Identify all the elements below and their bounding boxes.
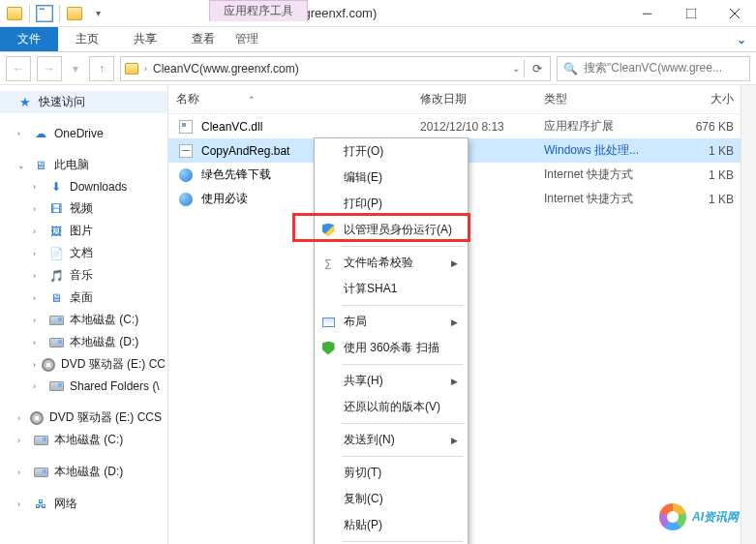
up-button[interactable]: ↑ (89, 56, 114, 81)
breadcrumb[interactable]: CleanVC(www.greenxf.com) (153, 62, 299, 76)
sidebar-item-dvd-e2[interactable]: ›DVD 驱动器 (E:) CCS (0, 407, 167, 429)
history-dropdown[interactable]: ▾ (68, 56, 83, 81)
scrollbar[interactable] (741, 85, 756, 544)
chevron-right-icon: ▶ (451, 258, 458, 268)
chevron-right-icon: ▶ (451, 377, 458, 386)
chevron-right-icon[interactable]: › (144, 64, 147, 74)
forward-button[interactable]: → (37, 56, 62, 81)
context-menu-label: 使用 360杀毒 扫描 (344, 340, 439, 356)
context-menu-item[interactable]: 布局▶ (315, 309, 468, 335)
context-menu-item[interactable]: 计算SHA1 (315, 276, 468, 302)
file-name: 绿色先锋下载 (201, 166, 271, 183)
folder-icon[interactable] (4, 3, 25, 24)
context-menu-item[interactable]: 复制(C) (315, 486, 468, 512)
sidebar-item-downloads[interactable]: ›⬇Downloads (0, 176, 167, 197)
title-bar: ▾ 应用程序工具 CleanVC(www.greenxf.com) ─ (0, 0, 756, 27)
context-menu-item[interactable]: ∑文件哈希校验▶ (315, 250, 468, 276)
file-row[interactable]: CleanVC.dll2012/12/10 8:13应用程序扩展676 KB (168, 114, 756, 138)
file-tab[interactable]: 文件 (0, 27, 58, 51)
maximize-button[interactable] (669, 0, 712, 27)
sidebar-item-pictures[interactable]: ›🖼图片 (0, 220, 167, 242)
sidebar-item-desktop[interactable]: ›🖥桌面 (0, 287, 167, 309)
context-menu-item[interactable]: 剪切(T) (315, 460, 468, 486)
new-folder-icon[interactable] (64, 3, 85, 24)
address-bar[interactable]: › CleanVC(www.greenxf.com) ⌄ ⟳ (120, 56, 551, 81)
sidebar-item-network[interactable]: ›🖧网络 (0, 493, 167, 515)
ribbon-expand-icon[interactable]: ⌄ (727, 27, 756, 51)
dvd-icon (42, 357, 55, 373)
context-menu-item[interactable]: 打开(O) (315, 138, 468, 165)
file-size: 1 KB (670, 168, 747, 182)
context-menu-separator (342, 541, 464, 542)
tab-share[interactable]: 共享 (116, 27, 174, 51)
sidebar-onedrive[interactable]: ›☁OneDrive (0, 123, 167, 144)
back-button[interactable]: ← (6, 56, 31, 81)
address-folder-icon (125, 63, 138, 75)
sidebar-item-shared-folders[interactable]: ›Shared Folders (\ (0, 376, 167, 397)
cloud-icon: ☁ (33, 126, 48, 141)
sidebar-item-dvd-e[interactable]: ›DVD 驱动器 (E:) CC (0, 353, 167, 376)
minimize-button[interactable]: ─ (625, 0, 669, 27)
sidebar-item-drive-d2[interactable]: ›本地磁盘 (D:) (0, 461, 167, 483)
sidebar-item-drive-d[interactable]: ›本地磁盘 (D:) (0, 331, 167, 353)
tab-manage[interactable]: 管理 (209, 27, 285, 51)
drive-icon (33, 433, 48, 448)
file-name: CopyAndReg.bat (201, 144, 289, 158)
context-menu-item[interactable]: 以管理员身份运行(A) (315, 217, 468, 243)
sidebar-item-drive-c[interactable]: ›本地磁盘 (C:) (0, 309, 167, 331)
refresh-icon[interactable]: ⟳ (529, 62, 546, 76)
context-menu-separator (342, 423, 464, 424)
sidebar-item-drive-c2[interactable]: ›本地磁盘 (C:) (0, 429, 167, 451)
watermark: AI资讯网 (659, 503, 739, 530)
context-menu-label: 粘贴(P) (344, 517, 382, 533)
tab-home[interactable]: 主页 (58, 27, 116, 51)
context-menu-item[interactable]: 还原以前的版本(V) (315, 394, 468, 420)
chevron-right-icon: ▶ (451, 436, 458, 445)
address-dropdown-icon[interactable]: ⌄ (512, 63, 520, 74)
file-type: Windows 批处理... (544, 142, 670, 159)
sidebar-item-music[interactable]: ›🎵音乐 (0, 264, 167, 287)
context-menu-label: 编辑(E) (344, 169, 382, 186)
context-menu-separator (342, 305, 464, 306)
close-button[interactable] (712, 0, 756, 27)
star-icon: ★ (17, 95, 33, 110)
file-size: 1 KB (670, 193, 747, 206)
svg-rect-1 (40, 8, 45, 9)
sidebar-item-documents[interactable]: ›📄文档 (0, 242, 167, 264)
drive-icon (48, 335, 64, 350)
context-menu-label: 文件哈希校验 (344, 255, 413, 271)
qat-dropdown-icon[interactable]: ▾ (87, 3, 108, 24)
context-menu-item[interactable]: 共享(H)▶ (315, 368, 468, 394)
sidebar-this-pc[interactable]: ⌄🖥此电脑 (0, 154, 167, 176)
file-name: 使用必读 (201, 191, 248, 207)
context-menu-item[interactable]: 编辑(E) (315, 165, 468, 191)
context-menu-item[interactable]: 粘贴(P) (315, 512, 468, 538)
context-menu-label: 以管理员身份运行(A) (344, 222, 452, 238)
picture-icon: 🖼 (48, 224, 64, 239)
context-menu-label: 计算SHA1 (344, 281, 397, 297)
context-menu-item[interactable]: 使用 360杀毒 扫描 (315, 335, 468, 361)
sidebar-quick-access[interactable]: ★快速访问 (0, 91, 167, 113)
shield-icon (320, 223, 336, 238)
context-menu-label: 还原以前的版本(V) (344, 399, 440, 415)
search-input[interactable]: 🔍 搜索"CleanVC(www.gree... (557, 56, 750, 81)
context-menu-item[interactable]: 发送到(N)▶ (315, 427, 468, 453)
properties-icon[interactable] (34, 3, 55, 24)
url-icon (179, 193, 193, 206)
watermark-logo-icon (659, 503, 686, 530)
column-headers[interactable]: 名称⌃ 修改日期 类型 大小 (168, 85, 756, 114)
hash-icon: ∑ (320, 256, 336, 271)
file-date: 2012/12/10 8:13 (420, 120, 544, 134)
pc-icon: 🖥 (33, 158, 48, 173)
svg-rect-0 (37, 5, 53, 21)
context-menu-item[interactable]: 打印(P) (315, 191, 468, 217)
network-icon: 🖧 (33, 497, 48, 512)
quick-access-toolbar: ▾ (0, 3, 112, 24)
sidebar-item-videos[interactable]: ›🎞视频 (0, 197, 167, 220)
file-name: CleanVC.dll (201, 120, 262, 134)
navigation-pane[interactable]: ★快速访问 ›☁OneDrive ⌄🖥此电脑 ›⬇Downloads ›🎞视频 … (0, 85, 168, 544)
context-menu-separator (342, 456, 464, 457)
context-menu-label: 复制(C) (344, 491, 383, 507)
context-menu-label: 布局 (344, 314, 367, 330)
drive-icon (33, 465, 48, 480)
